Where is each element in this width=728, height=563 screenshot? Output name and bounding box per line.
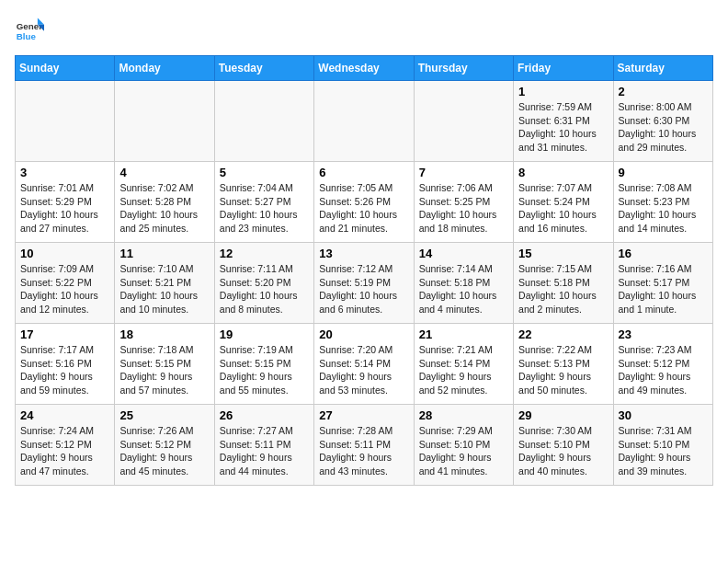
day-number: 11	[119, 247, 209, 260]
day-number: 30	[619, 408, 708, 422]
day-number: 18	[119, 327, 209, 341]
calendar-cell: 19Sunrise: 7:19 AMSunset: 5:15 PMDayligh…	[214, 324, 313, 405]
day-number: 6	[319, 166, 408, 179]
day-number: 15	[518, 247, 608, 260]
day-info: Sunrise: 7:11 AMSunset: 5:20 PMDaylight:…	[220, 262, 309, 316]
calendar-cell: 18Sunrise: 7:18 AMSunset: 5:15 PMDayligh…	[115, 324, 214, 405]
day-info: Sunrise: 7:02 AMSunset: 5:28 PMDaylight:…	[119, 181, 209, 236]
svg-text:Blue: Blue	[17, 31, 37, 41]
day-info: Sunrise: 7:24 AMSunset: 5:12 PMDaylight:…	[20, 424, 109, 478]
calendar-cell: 5Sunrise: 7:04 AMSunset: 5:27 PMDaylight…	[214, 162, 313, 243]
calendar-cell: 10Sunrise: 7:09 AMSunset: 5:22 PMDayligh…	[16, 243, 115, 324]
day-number: 20	[319, 327, 408, 341]
calendar-cell: 1Sunrise: 7:59 AMSunset: 6:31 PMDaylight…	[514, 81, 613, 162]
day-number: 2	[619, 85, 708, 98]
day-number: 26	[220, 408, 309, 422]
calendar-cell: 30Sunrise: 7:31 AMSunset: 5:10 PMDayligh…	[613, 405, 712, 486]
day-info: Sunrise: 7:21 AMSunset: 5:14 PMDaylight:…	[419, 343, 508, 397]
calendar-cell: 4Sunrise: 7:02 AMSunset: 5:28 PMDaylight…	[115, 162, 214, 243]
day-info: Sunrise: 7:27 AMSunset: 5:11 PMDaylight:…	[220, 424, 309, 478]
calendar-cell: 6Sunrise: 7:05 AMSunset: 5:26 PMDaylight…	[314, 162, 414, 243]
day-info: Sunrise: 7:07 AMSunset: 5:24 PMDaylight:…	[518, 181, 608, 236]
day-info: Sunrise: 7:59 AMSunset: 6:31 PMDaylight:…	[518, 100, 608, 155]
day-number: 3	[20, 166, 109, 179]
day-number: 14	[419, 247, 508, 260]
col-header-saturday: Saturday	[613, 56, 712, 81]
calendar-cell: 24Sunrise: 7:24 AMSunset: 5:12 PMDayligh…	[16, 405, 115, 486]
day-number: 7	[419, 166, 508, 179]
day-number: 5	[220, 166, 309, 179]
calendar-cell: 28Sunrise: 7:29 AMSunset: 5:10 PMDayligh…	[414, 405, 513, 486]
day-info: Sunrise: 7:29 AMSunset: 5:10 PMDaylight:…	[419, 424, 508, 478]
day-number: 21	[419, 327, 508, 341]
day-info: Sunrise: 7:18 AMSunset: 5:15 PMDaylight:…	[119, 343, 209, 397]
day-number: 25	[119, 408, 209, 422]
calendar-cell	[414, 81, 513, 162]
day-info: Sunrise: 7:17 AMSunset: 5:16 PMDaylight:…	[20, 343, 109, 397]
calendar-week-4: 17Sunrise: 7:17 AMSunset: 5:16 PMDayligh…	[16, 324, 713, 405]
calendar-cell	[16, 81, 115, 162]
calendar-cell: 27Sunrise: 7:28 AMSunset: 5:11 PMDayligh…	[314, 405, 414, 486]
calendar-cell: 2Sunrise: 8:00 AMSunset: 6:30 PMDaylight…	[613, 81, 712, 162]
day-info: Sunrise: 7:23 AMSunset: 5:12 PMDaylight:…	[619, 343, 708, 397]
day-number: 23	[619, 327, 708, 341]
day-number: 10	[20, 247, 109, 260]
col-header-sunday: Sunday	[16, 56, 115, 81]
day-number: 27	[319, 408, 408, 422]
calendar-cell: 26Sunrise: 7:27 AMSunset: 5:11 PMDayligh…	[214, 405, 313, 486]
calendar-cell: 15Sunrise: 7:15 AMSunset: 5:18 PMDayligh…	[514, 243, 613, 324]
day-info: Sunrise: 7:15 AMSunset: 5:18 PMDaylight:…	[518, 262, 608, 316]
day-number: 1	[518, 85, 608, 98]
logo: General Blue	[15, 15, 44, 44]
day-info: Sunrise: 7:01 AMSunset: 5:29 PMDaylight:…	[20, 181, 109, 236]
day-number: 8	[518, 166, 608, 179]
day-info: Sunrise: 7:05 AMSunset: 5:26 PMDaylight:…	[319, 181, 408, 236]
col-header-wednesday: Wednesday	[314, 56, 414, 81]
calendar-cell	[314, 81, 414, 162]
day-info: Sunrise: 7:12 AMSunset: 5:19 PMDaylight:…	[319, 262, 408, 316]
calendar-cell: 22Sunrise: 7:22 AMSunset: 5:13 PMDayligh…	[514, 324, 613, 405]
day-info: Sunrise: 7:06 AMSunset: 5:25 PMDaylight:…	[419, 181, 508, 236]
col-header-monday: Monday	[115, 56, 214, 81]
day-info: Sunrise: 7:10 AMSunset: 5:21 PMDaylight:…	[119, 262, 209, 316]
day-number: 29	[518, 408, 608, 422]
day-number: 24	[20, 408, 109, 422]
calendar-cell: 12Sunrise: 7:11 AMSunset: 5:20 PMDayligh…	[214, 243, 313, 324]
day-info: Sunrise: 7:19 AMSunset: 5:15 PMDaylight:…	[220, 343, 309, 397]
day-info: Sunrise: 7:31 AMSunset: 5:10 PMDaylight:…	[619, 424, 708, 478]
col-header-friday: Friday	[514, 56, 613, 81]
day-info: Sunrise: 7:09 AMSunset: 5:22 PMDaylight:…	[20, 262, 109, 316]
day-info: Sunrise: 8:00 AMSunset: 6:30 PMDaylight:…	[619, 100, 708, 155]
calendar-week-5: 24Sunrise: 7:24 AMSunset: 5:12 PMDayligh…	[16, 405, 713, 486]
day-info: Sunrise: 7:30 AMSunset: 5:10 PMDaylight:…	[518, 424, 608, 478]
logo-icon: General Blue	[15, 15, 44, 44]
day-info: Sunrise: 7:26 AMSunset: 5:12 PMDaylight:…	[119, 424, 209, 478]
calendar-week-2: 3Sunrise: 7:01 AMSunset: 5:29 PMDaylight…	[16, 162, 713, 243]
calendar-cell: 8Sunrise: 7:07 AMSunset: 5:24 PMDaylight…	[514, 162, 613, 243]
calendar-cell: 21Sunrise: 7:21 AMSunset: 5:14 PMDayligh…	[414, 324, 513, 405]
calendar-cell: 23Sunrise: 7:23 AMSunset: 5:12 PMDayligh…	[613, 324, 712, 405]
calendar-cell: 29Sunrise: 7:30 AMSunset: 5:10 PMDayligh…	[514, 405, 613, 486]
calendar-cell: 7Sunrise: 7:06 AMSunset: 5:25 PMDaylight…	[414, 162, 513, 243]
day-number: 28	[419, 408, 508, 422]
calendar-table: SundayMondayTuesdayWednesdayThursdayFrid…	[15, 55, 713, 486]
day-number: 9	[619, 166, 708, 179]
day-info: Sunrise: 7:28 AMSunset: 5:11 PMDaylight:…	[319, 424, 408, 478]
calendar-week-3: 10Sunrise: 7:09 AMSunset: 5:22 PMDayligh…	[16, 243, 713, 324]
col-header-tuesday: Tuesday	[214, 56, 313, 81]
day-number: 19	[220, 327, 309, 341]
calendar-cell: 3Sunrise: 7:01 AMSunset: 5:29 PMDaylight…	[16, 162, 115, 243]
calendar-cell: 13Sunrise: 7:12 AMSunset: 5:19 PMDayligh…	[314, 243, 414, 324]
calendar-cell: 11Sunrise: 7:10 AMSunset: 5:21 PMDayligh…	[115, 243, 214, 324]
calendar-cell: 14Sunrise: 7:14 AMSunset: 5:18 PMDayligh…	[414, 243, 513, 324]
calendar-cell: 20Sunrise: 7:20 AMSunset: 5:14 PMDayligh…	[314, 324, 414, 405]
day-number: 12	[220, 247, 309, 260]
calendar-cell	[214, 81, 313, 162]
day-info: Sunrise: 7:08 AMSunset: 5:23 PMDaylight:…	[619, 181, 708, 236]
day-number: 4	[119, 166, 209, 179]
calendar-cell: 25Sunrise: 7:26 AMSunset: 5:12 PMDayligh…	[115, 405, 214, 486]
calendar-week-1: 1Sunrise: 7:59 AMSunset: 6:31 PMDaylight…	[16, 81, 713, 162]
col-header-thursday: Thursday	[414, 56, 513, 81]
calendar-cell: 16Sunrise: 7:16 AMSunset: 5:17 PMDayligh…	[613, 243, 712, 324]
day-number: 22	[518, 327, 608, 341]
